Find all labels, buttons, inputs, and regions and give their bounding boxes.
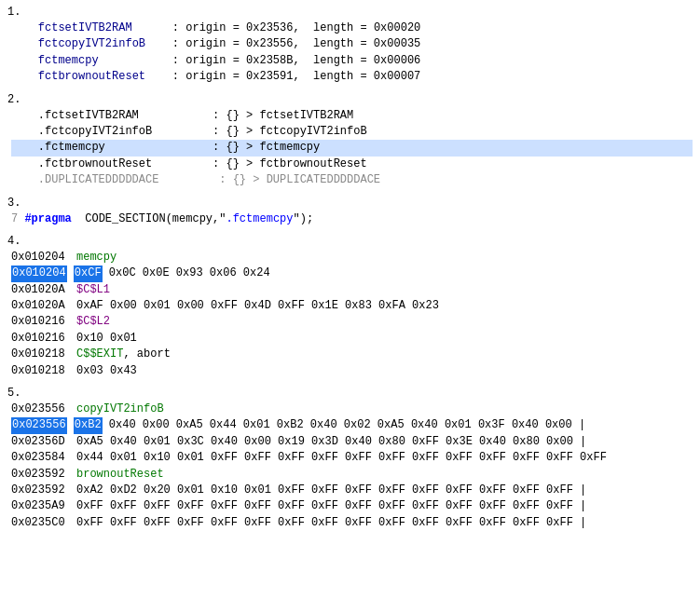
section-3: 3. 7 #pragma CODE_SECTION(memcpy,".fctme… (7, 197, 693, 227)
section-5-number: 5. (7, 387, 693, 400)
pragma-keyword: #pragma (24, 211, 71, 227)
addr-4-4: 0x01020A (11, 298, 76, 314)
section-2-number: 2. (7, 93, 693, 106)
hex-4-4: 0xAF 0x00 0x01 0x00 0xFF 0x4D 0xFF 0x1E … (76, 298, 439, 314)
line-4-0x010218-hex: 0x010218 0x03 0x43 (11, 363, 693, 379)
line-s2-2: .fctcopyIVT2infoB : {} > fctcopyIVT2info… (11, 124, 693, 140)
section-1-code: fctsetIVTB2RAM : origin = 0x23536, lengt… (7, 20, 693, 86)
line-fctbrownoutReset: fctbrownoutReset : origin = 0x23591, len… (11, 69, 693, 85)
line-fctmemcpy: fctmemcpy : origin = 0x2358B, length = 0… (11, 53, 693, 69)
line-s2-4: .fctbrownoutReset : {} > fctbrownoutRese… (11, 157, 693, 172)
section-3-code: 7 #pragma CODE_SECTION(memcpy,".fctmemcp… (7, 211, 693, 227)
s2-text-3: .fctmemcpy : {} > fctmemcpy (11, 140, 454, 156)
addr-4-2-highlighted: 0x010204 (11, 265, 67, 281)
spacing: : origin = 0x2358B, length = 0x00006 (99, 53, 421, 69)
indent (11, 53, 38, 69)
line-4-C$L2-label: 0x010216 $C$L2 (11, 314, 693, 330)
s2-text-2: .fctcopyIVT2infoB : {} > fctcopyIVT2info… (11, 124, 367, 140)
s2-text-1: .fctsetIVTB2RAM : {} > fctsetIVTB2RAM (11, 108, 353, 124)
func-copyIVT2infoB: copyIVT2infoB (76, 402, 164, 417)
addr-5-4: 0x023584 (11, 450, 76, 466)
addr-4-5: 0x010216 (11, 314, 76, 330)
line-fctsetIVTB2RAM: fctsetIVTB2RAM : origin = 0x23536, lengt… (11, 20, 693, 36)
addr-5-6: 0x023592 (11, 483, 76, 498)
line-5-0x023584-hex: 0x023584 0x44 0x01 0x10 0x01 0xFF 0xFF 0… (11, 450, 693, 466)
section-2-code: .fctsetIVTB2RAM : {} > fctsetIVTB2RAM .f… (7, 108, 693, 189)
spacing: : origin = 0x23556, length = 0x00035 (145, 36, 420, 52)
line-5-0x023556-hex: 0x023556 0xB2 0x40 0x00 0xA5 0x44 0x01 0… (11, 417, 693, 433)
section-1: 1. fctsetIVTB2RAM : origin = 0x23536, le… (7, 6, 693, 86)
section-2: 2. .fctsetIVTB2RAM : {} > fctsetIVTB2RAM… (7, 93, 693, 189)
hex-4-6: 0x10 0x01 (76, 331, 137, 347)
line-s2-3-highlighted: .fctmemcpy : {} > fctmemcpy (11, 140, 693, 156)
line-4-0x01020A-hex: 0x01020A 0xAF 0x00 0x01 0x00 0xFF 0x4D 0… (11, 298, 693, 314)
addr-5-5: 0x023592 (11, 467, 76, 483)
spacing: : origin = 0x23591, length = 0x00007 (145, 69, 420, 85)
label-C$$EXIT: C$$EXIT (76, 347, 123, 362)
addr-4-3: 0x01020A (11, 282, 76, 298)
s2-text-4: .fctbrownoutReset : {} > fctbrownoutRese… (11, 157, 367, 172)
line-5-brownoutReset-label: 0x023592 brownoutReset (11, 467, 693, 483)
line-number: 7 (11, 211, 24, 227)
indent (11, 69, 38, 85)
addr-4-6: 0x010216 (11, 331, 76, 347)
line-4-0x010216-hex: 0x010216 0x10 0x01 (11, 331, 693, 347)
label-C$L2: $C$L2 (76, 314, 110, 330)
space-5-2 (67, 417, 74, 433)
hex-4-2-rest: 0x0C 0x0E 0x93 0x06 0x24 (103, 265, 270, 281)
addr-5-7: 0x0235A9 (11, 498, 76, 514)
section-1-number: 1. (7, 6, 693, 19)
hex-4-8: 0x03 0x43 (76, 363, 137, 379)
line-5-0x023592-hex: 0x023592 0xA2 0xD2 0x20 0x01 0x10 0x01 0… (11, 483, 693, 498)
indent (11, 20, 38, 36)
hex-4-2-highlighted: 0xCF (74, 265, 103, 281)
line-4-C$$EXIT-label: 0x010218 C$$EXIT, abort (11, 347, 693, 362)
addr-5-3: 0x02356D (11, 434, 76, 450)
func-name-1: fctsetIVTB2RAM (38, 20, 132, 36)
func-name-2: fctcopyIVT2infoB (38, 36, 145, 52)
section-3-number: 3. (7, 197, 693, 210)
hex-5-2-rest: 0x40 0x00 0xA5 0x44 0x01 0xB2 0x40 0x02 … (103, 417, 585, 433)
func-name-3: fctmemcpy (38, 53, 99, 69)
line-s2-1: .fctsetIVTB2RAM : {} > fctsetIVTB2RAM (11, 108, 693, 124)
hex-5-8: 0xFF 0xFF 0xFF 0xFF 0xFF 0xFF 0xFF 0xFF … (76, 515, 586, 531)
line-4-0x010204-hex: 0x010204 0xCF 0x0C 0x0E 0x93 0x06 0x24 (11, 265, 693, 281)
indent (11, 36, 38, 52)
space (67, 265, 74, 281)
content-area: 1. fctsetIVTB2RAM : origin = 0x23536, le… (7, 6, 693, 531)
pragma-section-name: .fctmemcpy (226, 211, 293, 227)
func-brownoutReset: brownoutReset (76, 467, 164, 483)
line-fctcopyIVT2infoB: fctcopyIVT2infoB : origin = 0x23556, len… (11, 36, 693, 52)
section-5-code: 0x023556 copyIVT2infoB 0x023556 0xB2 0x4… (7, 402, 693, 531)
line-5-0x0235C0-hex: 0x0235C0 0xFF 0xFF 0xFF 0xFF 0xFF 0xFF 0… (11, 515, 693, 531)
pragma-line: 7 #pragma CODE_SECTION(memcpy,".fctmemcp… (11, 211, 693, 227)
line-5-0x0235A9-hex: 0x0235A9 0xFF 0xFF 0xFF 0xFF 0xFF 0xFF 0… (11, 498, 693, 514)
line-4-C$L1-label: 0x01020A $C$L1 (11, 282, 693, 298)
section-4-number: 4. (7, 235, 693, 248)
section-4-code: 0x010204 memcpy 0x010204 0xCF 0x0C 0x0E … (7, 250, 693, 379)
line-s2-5: .DUPLICATEDDDDDACE : {} > DUPLICATEDDDDD… (11, 172, 693, 188)
line-4-memcpy-label: 0x010204 memcpy (11, 250, 693, 265)
hex-5-3: 0xA5 0x40 0x01 0x3C 0x40 0x00 0x19 0x3D … (76, 434, 586, 450)
section-5: 5. 0x023556 copyIVT2infoB 0x023556 0xB2 … (7, 387, 693, 531)
label-C$L1: $C$L1 (76, 282, 110, 298)
pragma-end: "); (293, 211, 313, 227)
addr-5-1: 0x023556 (11, 402, 76, 417)
section-4: 4. 0x010204 memcpy 0x010204 0xCF 0x0C 0x… (7, 235, 693, 379)
pragma-body: CODE_SECTION(memcpy," (72, 211, 226, 227)
hex-5-7: 0xFF 0xFF 0xFF 0xFF 0xFF 0xFF 0xFF 0xFF … (76, 498, 586, 514)
func-name-4: fctbrownoutReset (38, 69, 145, 85)
addr-4-8: 0x010218 (11, 363, 76, 379)
addr-5-2-highlighted: 0x023556 (11, 417, 67, 433)
addr-4-1: 0x010204 (11, 250, 76, 265)
hex-5-6: 0xA2 0xD2 0x20 0x01 0x10 0x01 0xFF 0xFF … (76, 483, 586, 498)
line-5-0x02356D-hex: 0x02356D 0xA5 0x40 0x01 0x3C 0x40 0x00 0… (11, 434, 693, 450)
spacing: : origin = 0x23536, length = 0x00020 (132, 20, 421, 36)
addr-5-8: 0x0235C0 (11, 515, 76, 531)
hex-5-4: 0x44 0x01 0x10 0x01 0xFF 0xFF 0xFF 0xFF … (76, 450, 607, 466)
hex-5-2-highlighted: 0xB2 (74, 417, 103, 433)
func-memcpy: memcpy (76, 250, 117, 265)
s2-text-5: .DUPLICATEDDDDDACE : {} > DUPLICATEDDDDD… (11, 172, 380, 188)
comma-abort: , abort (123, 347, 170, 362)
addr-4-7: 0x010218 (11, 347, 76, 362)
